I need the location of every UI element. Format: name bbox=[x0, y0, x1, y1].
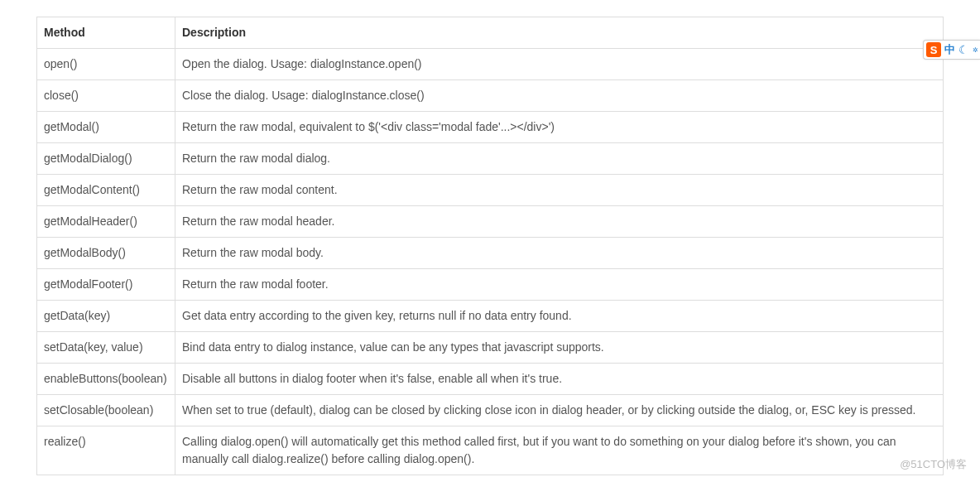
method-cell: getModalFooter() bbox=[37, 269, 175, 301]
method-cell: open() bbox=[37, 49, 175, 80]
method-cell: getData(key) bbox=[37, 301, 175, 332]
method-cell: close() bbox=[37, 80, 175, 112]
description-cell: Return the raw modal header. bbox=[175, 206, 944, 238]
description-cell: Return the raw modal footer. bbox=[175, 269, 944, 301]
table-row: getModalFooter()Return the raw modal foo… bbox=[37, 269, 944, 301]
description-cell: Return the raw modal, equivalent to $('<… bbox=[175, 112, 944, 143]
table-row: getModalContent()Return the raw modal co… bbox=[37, 175, 944, 206]
methods-table: Method Description open()Open the dialog… bbox=[36, 17, 944, 475]
table-row: getData(key)Get data entry according to … bbox=[37, 301, 944, 332]
description-cell: Return the raw modal dialog. bbox=[175, 143, 944, 175]
description-cell: When set to true (default), dialog can b… bbox=[175, 395, 944, 426]
table-row: getModal()Return the raw modal, equivale… bbox=[37, 112, 944, 143]
table-row: open()Open the dialog. Usage: dialogInst… bbox=[37, 49, 944, 80]
method-cell: getModalDialog() bbox=[37, 143, 175, 175]
description-cell: Return the raw modal content. bbox=[175, 175, 944, 206]
description-cell: Disable all buttons in dialog footer whe… bbox=[175, 364, 944, 395]
header-description: Description bbox=[175, 17, 944, 49]
table-row: close()Close the dialog. Usage: dialogIn… bbox=[37, 80, 944, 112]
method-cell: getModalHeader() bbox=[37, 206, 175, 238]
table-row: getModalBody()Return the raw modal body. bbox=[37, 238, 944, 269]
method-cell: enableButtons(boolean) bbox=[37, 364, 175, 395]
method-cell: getModalContent() bbox=[37, 175, 175, 206]
description-cell: Calling dialog.open() will automatically… bbox=[175, 426, 944, 475]
header-method: Method bbox=[37, 17, 175, 49]
table-row: realize()Calling dialog.open() will auto… bbox=[37, 426, 944, 475]
ime-moon-icon[interactable]: ☾ bbox=[958, 43, 969, 56]
table-row: enableButtons(boolean)Disable all button… bbox=[37, 364, 944, 395]
method-cell: setClosable(boolean) bbox=[37, 395, 175, 426]
method-cell: getModal() bbox=[37, 112, 175, 143]
description-cell: Return the raw modal body. bbox=[175, 238, 944, 269]
method-cell: getModalBody() bbox=[37, 238, 175, 269]
method-cell: setData(key, value) bbox=[37, 332, 175, 364]
method-cell: realize() bbox=[37, 426, 175, 475]
table-row: getModalHeader()Return the raw modal hea… bbox=[37, 206, 944, 238]
table-row: getModalDialog()Return the raw modal dia… bbox=[37, 143, 944, 175]
description-cell: Get data entry according to the given ke… bbox=[175, 301, 944, 332]
ime-settings-icon[interactable]: ✲ bbox=[973, 46, 978, 54]
ime-logo-icon: S bbox=[926, 42, 941, 57]
ime-toolbar[interactable]: S 中 ☾ ✲ bbox=[923, 40, 980, 60]
description-cell: Open the dialog. Usage: dialogInstance.o… bbox=[175, 49, 944, 80]
description-cell: Bind data entry to dialog instance, valu… bbox=[175, 332, 944, 364]
watermark-text: @51CTO博客 bbox=[900, 457, 967, 472]
ime-language-indicator[interactable]: 中 bbox=[944, 42, 955, 57]
table-row: setData(key, value)Bind data entry to di… bbox=[37, 332, 944, 364]
table-header-row: Method Description bbox=[37, 17, 944, 49]
description-cell: Close the dialog. Usage: dialogInstance.… bbox=[175, 80, 944, 112]
table-row: setClosable(boolean)When set to true (de… bbox=[37, 395, 944, 426]
